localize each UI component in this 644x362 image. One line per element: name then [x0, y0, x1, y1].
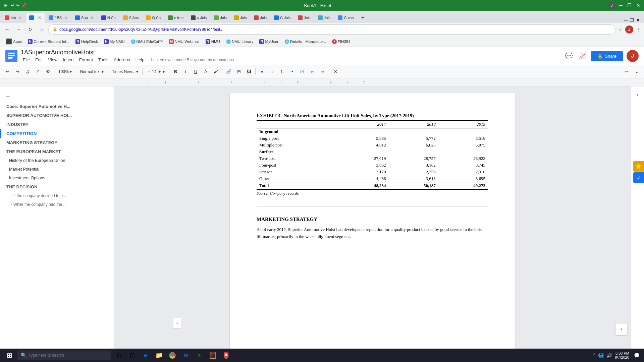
- tab-close-gmail[interactable]: ✕: [18, 15, 22, 20]
- title-bar-undo[interactable]: ↩: [11, 3, 14, 8]
- outline-item-bullet1[interactable]: · If the company decided to e...: [0, 191, 114, 200]
- doc-title[interactable]: 1ASuperiorAutomotiveHoist: [21, 49, 560, 56]
- tab-jols3[interactable]: Jols: [231, 13, 250, 23]
- tab-jols7[interactable]: Jols: [315, 13, 334, 23]
- task-outlook[interactable]: 📮: [220, 349, 232, 361]
- bookmark-apps[interactable]: ⬛ Apps: [3, 37, 24, 46]
- tab-ch[interactable]: Q Ch: [143, 13, 164, 23]
- outline-item-history[interactable]: History of the European Union: [0, 156, 114, 165]
- bullet-list-button[interactable]: •: [287, 67, 297, 76]
- bookmark-details[interactable]: 🌐 Details - Marquette...: [282, 38, 329, 45]
- tab-jols4[interactable]: Jols: [251, 13, 270, 23]
- user-profile-icon[interactable]: J: [608, 2, 615, 9]
- tab-ans[interactable]: S Ans: [120, 13, 142, 23]
- highlight-button[interactable]: 🖊: [211, 67, 220, 76]
- paint-format-button[interactable]: ⟲: [43, 67, 52, 76]
- minimize-button[interactable]: ─: [618, 2, 624, 8]
- tab-free[interactable]: e free: [165, 13, 187, 23]
- title-menu-format[interactable]: Format: [77, 57, 95, 63]
- outline-item-competition[interactable]: COMPETITION: [0, 129, 114, 138]
- task-taskview[interactable]: ⊡: [126, 349, 138, 361]
- restore-button[interactable]: ❐: [627, 2, 633, 8]
- browser-close[interactable]: ✕: [636, 17, 640, 23]
- spellcheck-button[interactable]: ✓: [33, 67, 42, 76]
- task-excel[interactable]: X: [193, 349, 205, 361]
- bookmark-current-student[interactable]: N Current Student Inf...: [25, 38, 72, 45]
- redo-button[interactable]: ↪: [13, 67, 22, 76]
- forward-button[interactable]: →: [14, 25, 23, 34]
- title-menu-file[interactable]: File: [21, 57, 32, 63]
- indent-more-button[interactable]: ⇒: [318, 67, 327, 76]
- title-bar-pin[interactable]: 📌: [21, 3, 26, 8]
- checklist-button[interactable]: ☑: [298, 67, 307, 76]
- bookmark-button[interactable]: ☆: [618, 26, 623, 33]
- outline-item-investment[interactable]: Investment Options: [0, 174, 114, 182]
- tab-1bs[interactable]: 1BS ✕: [45, 13, 71, 23]
- clear-formatting-button[interactable]: ✕: [331, 67, 340, 76]
- title-menu-edit[interactable]: Edit: [33, 57, 45, 63]
- analytics-button[interactable]: 📈: [577, 51, 587, 61]
- tab-jols6[interactable]: Jols: [294, 13, 314, 23]
- tab-jols5[interactable]: G Jols: [271, 13, 294, 23]
- home-button[interactable]: ⌂: [37, 25, 46, 34]
- zoom-dropdown[interactable]: 100% ▾: [56, 67, 74, 76]
- widget-blue[interactable]: ✓: [633, 172, 644, 183]
- outline-item-marketing[interactable]: MARKETING STRATEGY: [0, 138, 114, 147]
- undo-button[interactable]: ↩: [3, 67, 12, 76]
- user-avatar[interactable]: J: [627, 50, 639, 62]
- task-calc[interactable]: 🧮: [207, 349, 219, 361]
- browser-restore[interactable]: ❐: [630, 17, 634, 23]
- title-menu-view[interactable]: View: [46, 57, 59, 63]
- outline-item-superior[interactable]: SUPERIOR AUTOMOTIVE HOI...: [0, 111, 114, 120]
- font-dropdown[interactable]: Times New... ▾: [110, 67, 141, 76]
- align-button[interactable]: ≡: [257, 67, 267, 76]
- widget-yellow[interactable]: ⭐: [633, 161, 644, 172]
- image-button[interactable]: 🖼: [244, 67, 254, 76]
- right-panel-expand[interactable]: ›: [632, 89, 643, 100]
- browser-menu-button[interactable]: ⋮: [635, 26, 641, 33]
- italic-button[interactable]: I: [181, 67, 190, 76]
- user-account-button[interactable]: J: [625, 25, 633, 34]
- bookmark-nmu[interactable]: N NMU: [203, 38, 223, 45]
- outline-item-decision[interactable]: THE DECISION: [0, 182, 114, 191]
- bookmark-webmail[interactable]: M NMU Webmail: [166, 38, 202, 45]
- tray-volume[interactable]: 🔊: [606, 353, 612, 358]
- comments-button[interactable]: 💬: [564, 51, 574, 61]
- refresh-button[interactable]: ↻: [25, 25, 35, 34]
- fontsize-dropdown[interactable]: − 14 + ▾: [144, 67, 167, 76]
- outline-item-european[interactable]: THE EUROPEAN MARKET: [0, 147, 114, 156]
- title-menu-insert[interactable]: Insert: [61, 57, 76, 63]
- indent-less-button[interactable]: ⇐: [308, 67, 317, 76]
- print-button[interactable]: 🖨: [23, 67, 32, 76]
- tab-gmail[interactable]: Inb ✕: [1, 13, 25, 23]
- fontsize-minus[interactable]: −: [147, 69, 151, 74]
- linespacing-button[interactable]: ↕: [267, 67, 277, 76]
- task-word[interactable]: W: [180, 349, 192, 361]
- notification-button[interactable]: 💬: [632, 351, 641, 360]
- outline-item-case[interactable]: Case: Superior Automotive H...: [0, 102, 114, 111]
- taskbar-search[interactable]: 🔍: [17, 351, 111, 360]
- tab-close-1bs[interactable]: ✕: [64, 15, 68, 20]
- tab-gdocs[interactable]: ✕: [26, 13, 45, 23]
- outline-item-industry[interactable]: INDUSTRY: [0, 120, 114, 129]
- outline-item-market[interactable]: Market Potential: [0, 165, 114, 174]
- title-menu-addons[interactable]: Add-ons: [112, 57, 132, 63]
- bookmark-library[interactable]: 🌐 NMU Library: [223, 38, 256, 45]
- task-cortana[interactable]: ⊙: [113, 349, 125, 361]
- bookmark-myuser[interactable]: N MyUser: [257, 38, 281, 45]
- numbered-list-button[interactable]: 1.: [277, 67, 287, 76]
- tab-can[interactable]: G can: [334, 13, 357, 23]
- title-menu-tools[interactable]: Tools: [96, 57, 110, 63]
- outline-back-button[interactable]: ←: [0, 90, 114, 102]
- tab-close-sup[interactable]: ✕: [91, 15, 94, 20]
- share-button[interactable]: 🔒 Share: [591, 51, 623, 61]
- back-button[interactable]: ←: [3, 25, 12, 34]
- address-bar[interactable]: 🔒 docs.google.com/document/d/16I6pw20qVX…: [48, 24, 615, 35]
- new-tab-button[interactable]: +: [358, 13, 368, 23]
- link-button[interactable]: 🔗: [224, 67, 233, 76]
- tab-jols2[interactable]: Jols: [211, 13, 230, 23]
- task-edge[interactable]: e: [140, 349, 152, 361]
- text-color-button[interactable]: A: [201, 67, 210, 76]
- start-button[interactable]: ⊞: [3, 349, 16, 361]
- page-nav-button[interactable]: +: [615, 323, 627, 335]
